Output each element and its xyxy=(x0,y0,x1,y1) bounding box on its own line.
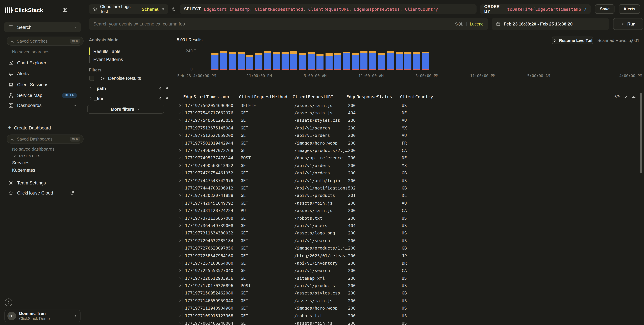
table-row[interactable]: 1771977146659959040GET/assets/main.js200… xyxy=(178,297,637,304)
expand-row-icon[interactable] xyxy=(178,276,182,280)
expand-row-icon[interactable] xyxy=(178,231,182,235)
expand-row-icon[interactable] xyxy=(178,119,182,122)
table-row[interactable]: 1771977111948904960GET/images/hero.webp2… xyxy=(178,304,637,312)
expand-row-icon[interactable] xyxy=(178,164,182,167)
table-row[interactable]: 1771977501019442944GET/images/hero.webp2… xyxy=(178,139,637,147)
column-header-EdgeResponseStatus[interactable]: ⠿EdgeResponseStatus xyxy=(346,94,400,99)
pin-icon[interactable] xyxy=(165,86,170,91)
create-dashboard-button[interactable]: + Create Dashboard xyxy=(8,124,51,131)
more-filters-button[interactable]: More filters xyxy=(87,105,164,114)
table-row[interactable]: 1771977490563613952GET/api/v1/orders200M… xyxy=(178,162,637,169)
preset-item-services[interactable]: Services xyxy=(12,160,30,165)
table-row[interactable]: 1771977495137478144POST/docs/api-referen… xyxy=(178,154,637,162)
sidebar-item-search[interactable]: Search xyxy=(4,22,81,32)
expand-row-icon[interactable] xyxy=(178,156,182,160)
table-row[interactable]: 1771977294632285184GET/api/v1/search200U… xyxy=(178,237,637,244)
saved-dashboards-input[interactable]: Saved Dashboards ⌘ K xyxy=(7,134,84,144)
expand-row-icon[interactable] xyxy=(178,224,182,227)
expand-row-icon[interactable] xyxy=(178,321,182,325)
mode-results-table[interactable]: Results Table xyxy=(93,49,120,54)
expand-row-icon[interactable] xyxy=(178,284,182,288)
table-row[interactable]: 1771977549717662976GET/assets/main.js404… xyxy=(178,109,637,117)
expand-row-icon[interactable] xyxy=(178,306,182,310)
query-settings-gear-icon[interactable] xyxy=(171,7,176,12)
expand-row-icon[interactable] xyxy=(178,141,182,145)
table-row[interactable]: 1771977372136857088GET/robots.txt200US xyxy=(178,214,637,222)
expand-row-icon[interactable] xyxy=(178,254,182,257)
lucene-language-toggle[interactable]: Lucene xyxy=(470,22,484,26)
preset-item-kubernetes[interactable]: Kubernetes xyxy=(12,168,35,173)
help-button[interactable]: ? xyxy=(5,299,12,306)
data-source-selector[interactable]: Cloudflare Logs Test Schema xyxy=(89,4,168,14)
table-row[interactable]: 1771977220512903936GET/sitemap.xml200US xyxy=(178,274,637,282)
column-drag-handle-icon[interactable]: ⠿ xyxy=(395,95,396,98)
column-header-ClientRequestMethod[interactable]: ⠿ClientRequestMethod xyxy=(239,94,293,99)
column-header-ClientRequestURI[interactable]: ⠿ClientRequestURI xyxy=(293,94,346,99)
table-header[interactable]: EdgeStartTimestamp⠿ClientRequestMethod⠿C… xyxy=(183,94,427,99)
expand-row-icon[interactable] xyxy=(178,194,182,197)
select-clause-input[interactable]: SELECT EdgeStartTimestamp, ClientRequest… xyxy=(180,4,476,14)
sql-language-toggle[interactable]: SQL xyxy=(455,22,463,26)
table-row[interactable]: 1771977257100864000GET/api/v1/inventory2… xyxy=(178,259,637,267)
alerts-button[interactable]: Alerts xyxy=(619,4,640,14)
column-drag-handle-icon[interactable]: ⠿ xyxy=(341,95,343,98)
expand-row-icon[interactable] xyxy=(178,111,182,115)
table-row[interactable]: 1771977444703206912GET/api/v1/notificati… xyxy=(178,184,637,192)
mode-event-patterns[interactable]: Event Patterns xyxy=(93,57,123,62)
table-row[interactable]: 1771977364549739008GET/api/v1/users404US xyxy=(178,222,637,229)
expand-row-icon[interactable] xyxy=(178,186,182,190)
denoise-checkbox[interactable] xyxy=(89,76,94,81)
column-chart-icon[interactable] xyxy=(158,86,162,91)
resume-live-tail-button[interactable]: Resume Live Tail xyxy=(552,36,593,44)
column-header-EdgeStartTimestamp[interactable]: EdgeStartTimestamp xyxy=(183,94,239,99)
sidebar-item-dashboards[interactable]: Dashboards xyxy=(8,102,77,109)
sidebar-item-chart-explorer[interactable]: Chart Explorer xyxy=(8,59,46,66)
table-row[interactable]: 1771977381128724224PUT/assets/main.js200… xyxy=(178,207,637,214)
pin-icon[interactable] xyxy=(165,96,170,101)
sidebar-item-clickhouse-cloud[interactable]: ClickHouse Cloud xyxy=(8,190,74,196)
table-row[interactable]: 1771977063406248064GET/assets/main.js200… xyxy=(178,320,637,325)
table-row[interactable]: 1771977429451649792GET/assets/main.js200… xyxy=(178,199,637,207)
scrollbar-thumb[interactable] xyxy=(640,93,642,173)
save-button[interactable]: Save xyxy=(595,4,614,14)
collapse-sidebar-icon[interactable] xyxy=(62,7,68,13)
presets-toggle[interactable]: PRESETS xyxy=(13,154,41,158)
sidebar-item-service-map[interactable]: Service Map BETA xyxy=(8,92,77,99)
table-row[interactable]: 1771977109915123968GET/robots.txt200US xyxy=(178,312,637,320)
column-header-ClientCountry[interactable]: ⠿ClientCountry xyxy=(400,94,427,99)
table-row[interactable]: 1771977170170320896POST/api/v1/products2… xyxy=(178,282,637,290)
orderby-clause-input[interactable]: ORDER BY toDateTime(EdgeStartTimestamp / xyxy=(480,4,591,14)
schema-mode-select[interactable]: Schema xyxy=(142,6,158,11)
table-row[interactable]: 1771977540501293056GET/assets/styles.css… xyxy=(178,117,637,124)
denoise-results-row[interactable]: Denoise Results xyxy=(89,76,141,81)
table-row[interactable]: 1771977447543742976GET/api/v1/auth/login… xyxy=(178,177,637,184)
filter-field-path[interactable]: _path xyxy=(89,86,170,91)
column-chart-icon[interactable] xyxy=(158,96,162,101)
expand-row-icon[interactable] xyxy=(178,314,182,318)
expand-row-icon[interactable] xyxy=(178,239,182,242)
table-row[interactable]: 1771977276623097856GET/images/products/1… xyxy=(178,244,637,252)
sidebar-item-team-settings[interactable]: Team Settings xyxy=(8,179,46,186)
column-drag-handle-icon[interactable]: ⠿ xyxy=(234,95,236,98)
expand-row-icon[interactable] xyxy=(178,216,182,220)
sidebar-item-alerts[interactable]: Alerts xyxy=(8,70,29,77)
table-row[interactable]: 1771977430320741888GET/api/v1/products20… xyxy=(178,192,637,199)
saved-searches-input[interactable]: Saved Searches ⌘ K xyxy=(7,36,84,46)
expand-row-icon[interactable] xyxy=(178,126,182,130)
time-range-picker[interactable]: Feb 23 16:38:20 - Feb 25 16:38:20 xyxy=(492,18,609,30)
expand-row-icon[interactable] xyxy=(178,269,182,273)
expand-row-icon[interactable] xyxy=(178,299,182,303)
table-row[interactable]: 1771977150952462080GET/assets/styles.css… xyxy=(178,290,637,297)
table-row[interactable]: 1771977496047072768GET/images/products/2… xyxy=(178,147,637,154)
table-row[interactable]: 1771977512627859200GET/api/v1/orders200A… xyxy=(178,132,637,139)
sidebar-item-client-sessions[interactable]: Client Sessions xyxy=(8,81,48,88)
events-histogram[interactable]: 240 0 Feb 23 4:00:00 PM11:00:00 PM5:00:0… xyxy=(173,47,644,77)
expand-row-icon[interactable] xyxy=(178,209,182,212)
code-view-icon[interactable]: </> xyxy=(614,94,620,98)
table-row[interactable]: 1771977311634380032GET/assets/logo.png20… xyxy=(178,229,637,237)
table-row[interactable]: 1771977258347964160GET/blog/2025/01/rele… xyxy=(178,252,637,260)
expand-row-icon[interactable] xyxy=(178,149,182,152)
expand-row-icon[interactable] xyxy=(178,201,182,205)
filter-field-file[interactable]: _file xyxy=(89,96,170,101)
expand-row-icon[interactable] xyxy=(178,103,182,107)
